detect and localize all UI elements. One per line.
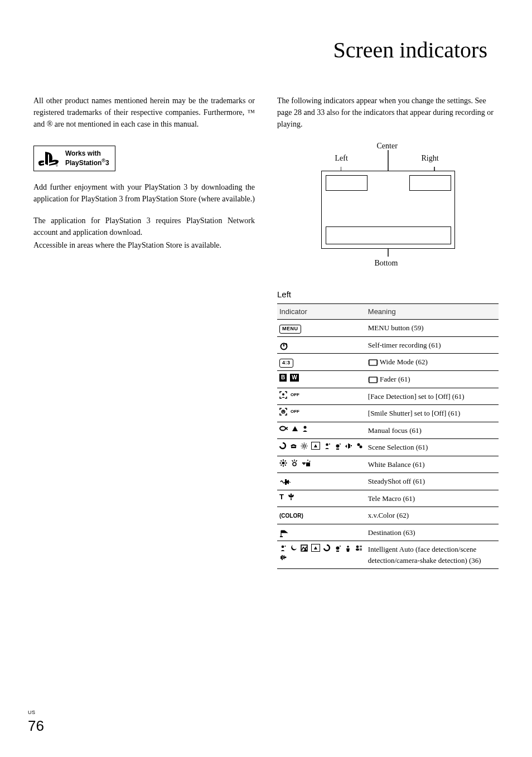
selftimer-meaning: Self-timer recording (61) [366, 336, 499, 354]
menu-meaning: MENU button (59) [366, 320, 499, 337]
svg-point-14 [282, 411, 283, 411]
table-row: SteadyShot off (61) [277, 473, 499, 490]
white-balance-icon [279, 459, 364, 467]
svg-line-27 [306, 443, 306, 444]
steady-meaning: SteadyShot off (61) [366, 473, 499, 490]
strip-icon [368, 375, 380, 383]
table-row: OFF [Smile Shutter] set to [Off] (61) [277, 405, 499, 422]
menu-button-icon: MENU [279, 325, 301, 334]
diagram-label-bottom: Bottom [375, 257, 398, 269]
th-indicator: Indicator [277, 303, 366, 320]
svg-point-59 [356, 545, 359, 548]
svg-line-26 [302, 447, 302, 448]
ps3-badge: ® Works with PlayStation®3 [33, 146, 115, 171]
table-row: (COLOR) x.v.Color (62) [277, 507, 499, 524]
svg-point-53 [282, 545, 284, 548]
svg-line-46 [296, 460, 297, 462]
fader-meaning: Fader (61) [366, 371, 499, 388]
strip-icon [368, 358, 380, 366]
left-column: All other product names mentioned herein… [33, 95, 255, 569]
page-title: Screen indicators [33, 33, 487, 67]
table-row: Destination (63) [277, 524, 499, 541]
xvcolor-icon: (COLOR) [279, 513, 303, 519]
intelligent-auto-icon: ▲ [279, 544, 364, 561]
steadyshot-off-icon [279, 477, 291, 485]
page-num: 76 [28, 717, 44, 734]
smileoff-meaning: [Smile Shutter] set to [Off] (61) [366, 405, 499, 422]
svg-point-32 [357, 443, 360, 446]
xvcolor-meaning: x.v.Color (62) [366, 507, 499, 524]
page-number: US 76 [28, 709, 44, 737]
table-row: Self-timer recording (61) [277, 336, 499, 354]
svg-point-28 [326, 443, 328, 446]
wide-meaning: Wide Mode (62) [366, 354, 499, 371]
playstation-logo-icon: ® [37, 150, 60, 167]
intauto-meaning: Intelligent Auto (face detection/scene d… [366, 541, 499, 569]
left-section-label: Left [277, 288, 499, 301]
indicators-intro: The following indicators appear when you… [277, 95, 499, 130]
table-row: MENU MENU button (59) [277, 320, 499, 337]
fader-icon: B W [279, 374, 364, 382]
svg-point-19 [303, 445, 305, 447]
table-row: 4:3 Wide Mode (62) [277, 354, 499, 371]
svg-line-25 [306, 447, 306, 448]
svg-point-15 [284, 411, 284, 411]
ps3-badge-text: Works with PlayStation®3 [65, 150, 109, 167]
svg-point-29 [329, 443, 330, 445]
wb-meaning: White Balance (61) [366, 456, 499, 473]
svg-point-34 [282, 461, 285, 464]
faceoff-meaning: [Face Detection] set to [Off] (61) [366, 388, 499, 405]
scene-meaning: Scene Selection (61) [366, 439, 499, 456]
svg-point-17 [304, 426, 307, 428]
svg-rect-6 [369, 360, 377, 365]
svg-point-58 [347, 546, 349, 548]
table-row: OFF [Face Detection] set to [Off] (61) [277, 388, 499, 405]
aspect-ratio-icon: 4:3 [279, 359, 293, 368]
svg-rect-47 [306, 462, 310, 466]
table-row: ▲ Scene Selection (61) [277, 439, 499, 456]
svg-line-42 [285, 460, 286, 461]
tele-meaning: Tele Macro (61) [366, 490, 499, 507]
svg-line-41 [281, 465, 282, 466]
svg-point-56 [336, 546, 340, 549]
svg-line-24 [302, 443, 302, 444]
svg-text:®: ® [56, 164, 58, 167]
svg-line-39 [281, 460, 282, 461]
svg-point-54 [285, 546, 286, 547]
ps3-badge-line1: Works with [65, 150, 101, 157]
svg-line-45 [292, 460, 293, 462]
svg-point-30 [336, 444, 340, 447]
svg-point-12 [282, 393, 284, 396]
manual-focus-icon [279, 425, 364, 432]
trademark-note: All other product names mentioned herein… [33, 95, 255, 130]
scene-selection-icon: ▲ [279, 442, 364, 450]
right-column: The following indicators appear when you… [277, 95, 499, 569]
svg-point-57 [340, 546, 341, 547]
ps3-enjoy-para: Add further enjoyment with your PlayStat… [33, 181, 255, 205]
svg-rect-9 [369, 377, 377, 383]
svg-point-43 [293, 462, 296, 466]
manualfocus-meaning: Manual focus (61) [366, 422, 499, 439]
content-columns: All other product names mentioned herein… [33, 95, 499, 569]
screen-diagram: Center Left Right [277, 140, 499, 268]
indicators-table: Indicator Meaning MENU MENU button (59) [277, 303, 499, 570]
face-detection-off-icon: OFF [279, 391, 364, 399]
svg-point-61 [285, 557, 287, 558]
destination-icon [279, 528, 288, 537]
smile-shutter-off-icon: OFF [279, 408, 364, 416]
svg-point-31 [340, 443, 341, 445]
registered-icon: ® [101, 158, 105, 163]
svg-point-33 [360, 445, 362, 448]
th-meaning: Meaning [366, 303, 499, 320]
table-row: B W Fader (61) [277, 371, 499, 388]
table-row: T Tele Macro (61) [277, 490, 499, 507]
svg-line-40 [285, 465, 286, 466]
table-row: Manual focus (61) [277, 422, 499, 439]
dest-meaning: Destination (63) [366, 524, 499, 541]
svg-point-51 [291, 493, 292, 495]
svg-point-60 [356, 548, 359, 551]
table-row: White Balance (61) [277, 456, 499, 473]
page-region: US [28, 709, 44, 717]
tele-macro-icon: T [279, 493, 364, 501]
self-timer-icon [279, 341, 288, 349]
